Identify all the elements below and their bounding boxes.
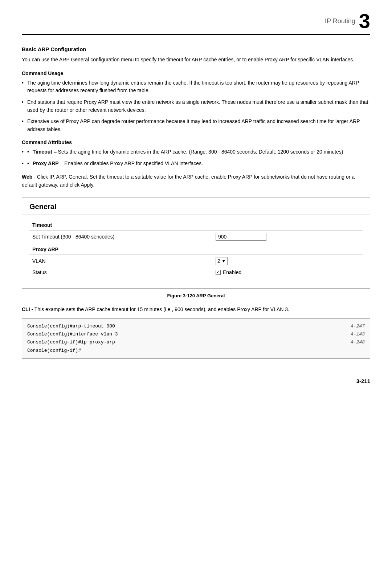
timeout-row: Set Timeout (300 - 86400 sencodes)	[29, 230, 363, 243]
vlan-value-cell: 2 ▼	[213, 255, 363, 267]
proxy-arp-header-row: Proxy ARP	[29, 243, 363, 255]
figure-caption: Figure 3-120 ARP General	[22, 293, 370, 298]
header-title: IP Routing	[325, 17, 355, 25]
intro-text: You can use the ARP General configuratio…	[22, 56, 370, 64]
code-refs: 4-247 4-143 4-248	[351, 322, 365, 354]
list-item: Extensive use of Proxy ARP can degrade r…	[22, 118, 370, 133]
section-title: Basic ARP Configuration	[22, 46, 370, 52]
code-ref: 4-247	[351, 322, 365, 330]
page-header: IP Routing 3	[22, 11, 370, 35]
cli-instruction: CLI - This example sets the ARP cache ti…	[22, 306, 370, 314]
command-usage-list: The aging time determines how long dynam…	[22, 79, 370, 134]
web-label: Web	[22, 174, 32, 180]
code-commands: Console(config)#arp-timeout 900 Console(…	[27, 322, 343, 354]
general-box-content: Timeout Set Timeout (300 - 86400 sencode…	[22, 215, 370, 288]
timeout-input[interactable]	[216, 233, 266, 241]
cli-label: CLI	[22, 306, 30, 312]
list-item: End stations that require Proxy ARP must…	[22, 98, 370, 114]
code-line: Console(config)#interface vlan 3	[27, 330, 343, 338]
code-line: Console(config-if)#	[27, 347, 343, 355]
timeout-section-label: Timeout	[29, 219, 363, 231]
status-text: Enabled	[223, 269, 241, 275]
list-item: • Proxy ARP – Enables or disables Proxy …	[22, 160, 370, 168]
attr-term-proxy-arp: Proxy ARP	[33, 160, 59, 166]
code-ref: 4-143	[351, 330, 365, 338]
attributes-list: • Timeout – Sets the aging time for dyna…	[22, 148, 370, 167]
command-attributes-title: Command Attributes	[22, 139, 370, 145]
vlan-value: 2	[217, 258, 220, 264]
form-table: Timeout Set Timeout (300 - 86400 sencode…	[29, 219, 363, 277]
chapter-number: 3	[359, 11, 370, 31]
command-usage-title: Command Usage	[22, 70, 370, 76]
timeout-label: Set Timeout (300 - 86400 sencodes)	[29, 230, 213, 243]
code-ref: 4-248	[351, 338, 365, 346]
timeout-value-cell	[213, 230, 363, 243]
general-box: General Timeout Set Timeout (300 - 86400…	[22, 197, 370, 289]
attr-term-timeout: Timeout	[33, 149, 52, 155]
status-checkbox-label[interactable]: ✓ Enabled	[216, 269, 360, 275]
status-label: Status	[29, 267, 213, 277]
status-checkbox[interactable]: ✓	[216, 270, 221, 275]
list-item: The aging time determines how long dynam…	[22, 79, 370, 95]
status-row: Status ✓ Enabled	[29, 267, 363, 277]
code-line: Console(config)#arp-timeout 900	[27, 322, 343, 330]
web-instruction-text: Click IP, ARP, General. Set the timeout …	[22, 174, 355, 188]
general-box-title: General	[22, 198, 370, 215]
vlan-label: VLAN	[29, 255, 213, 267]
web-instruction: Web - Click IP, ARP, General. Set the ti…	[22, 173, 370, 189]
dropdown-arrow-icon: ▼	[222, 259, 226, 263]
vlan-select[interactable]: 2 ▼	[216, 257, 228, 265]
timeout-header-row: Timeout	[29, 219, 363, 231]
code-line: Console(config-if)#ip proxy-arp	[27, 338, 343, 346]
list-item: • Timeout – Sets the aging time for dyna…	[22, 148, 370, 156]
proxy-arp-section-label: Proxy ARP	[29, 243, 363, 255]
page-container: IP Routing 3 Basic ARP Configuration You…	[0, 0, 392, 395]
cli-instruction-text: This example sets the ARP cache timeout …	[34, 306, 289, 312]
vlan-row: VLAN 2 ▼	[29, 255, 363, 267]
code-block: Console(config)#arp-timeout 900 Console(…	[22, 318, 370, 358]
page-number: 3-211	[356, 378, 370, 384]
status-value-cell: ✓ Enabled	[213, 267, 363, 277]
